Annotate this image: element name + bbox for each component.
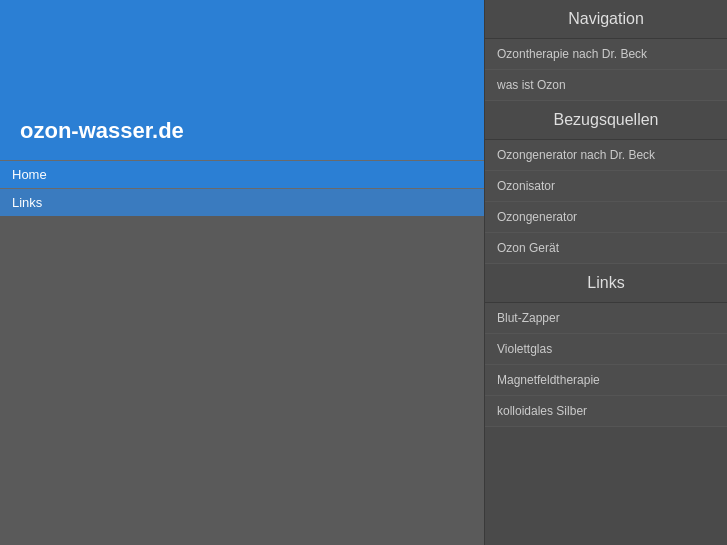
sidebar-link-ozon-gerat[interactable]: Ozon Gerät: [485, 233, 727, 264]
site-title: ozon-wasser.de: [20, 118, 184, 144]
sidebar-link-kolloidales-silber[interactable]: kolloidales Silber: [485, 396, 727, 427]
sidebar: Navigation Ozontherapie nach Dr. Beck wa…: [484, 0, 727, 545]
sidebar-link-ozongenerator-beck[interactable]: Ozongenerator nach Dr. Beck: [485, 140, 727, 171]
content-area: [0, 216, 484, 545]
sidebar-section-header-links: Links: [485, 264, 727, 303]
sidebar-link-ozongenerator[interactable]: Ozongenerator: [485, 202, 727, 233]
sidebar-link-magnetfeldtherapie[interactable]: Magnetfeldtherapie: [485, 365, 727, 396]
main-area: ozon-wasser.de Home Links: [0, 0, 484, 545]
sidebar-link-ozonisator[interactable]: Ozonisator: [485, 171, 727, 202]
sidebar-link-ozontherapie[interactable]: Ozontherapie nach Dr. Beck: [485, 39, 727, 70]
main-nav: Home Links: [0, 160, 484, 216]
sidebar-link-blut-zapper[interactable]: Blut-Zapper: [485, 303, 727, 334]
nav-item-home[interactable]: Home: [0, 160, 484, 188]
nav-item-links[interactable]: Links: [0, 188, 484, 216]
sidebar-link-was-ist-ozon[interactable]: was ist Ozon: [485, 70, 727, 101]
sidebar-section-header-bezugsquellen: Bezugsquellen: [485, 101, 727, 140]
header-banner: ozon-wasser.de: [0, 0, 484, 160]
sidebar-link-violettglas[interactable]: Violettglas: [485, 334, 727, 365]
sidebar-section-header-navigation: Navigation: [485, 0, 727, 39]
